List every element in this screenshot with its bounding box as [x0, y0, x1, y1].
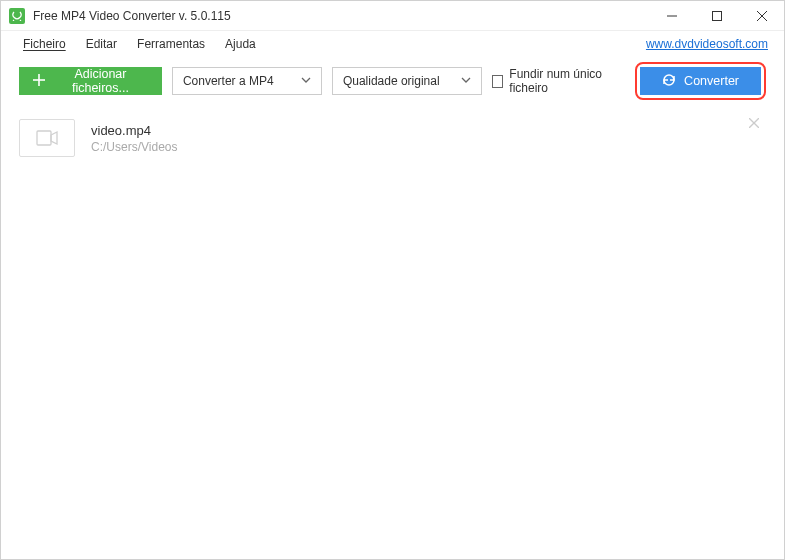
- convert-button[interactable]: Converter: [640, 67, 761, 95]
- menubar: Ficheiro Editar Ferramentas Ajuda www.dv…: [1, 31, 784, 57]
- file-info: video.mp4 C:/Users/Videos: [91, 123, 177, 154]
- chevron-down-icon: [301, 74, 311, 88]
- merge-checkbox[interactable]: [492, 75, 503, 88]
- menu-ferramentas[interactable]: Ferramentas: [127, 33, 215, 55]
- svg-rect-1: [712, 11, 721, 20]
- window-controls: [649, 1, 784, 30]
- menu-editar[interactable]: Editar: [76, 33, 127, 55]
- remove-file-button[interactable]: [746, 115, 762, 131]
- file-name: video.mp4: [91, 123, 177, 138]
- convert-highlight: Converter: [635, 62, 766, 100]
- app-icon: [9, 8, 25, 24]
- convert-label: Converter: [684, 74, 739, 88]
- merge-checkbox-group: Fundir num único ficheiro: [492, 67, 625, 95]
- app-title: Free MP4 Video Converter v. 5.0.115: [33, 9, 649, 23]
- merge-label: Fundir num único ficheiro: [509, 67, 625, 95]
- close-button[interactable]: [739, 1, 784, 30]
- titlebar: Free MP4 Video Converter v. 5.0.115: [1, 1, 784, 31]
- add-files-label: Adicionar ficheiros...: [53, 67, 148, 95]
- file-path: C:/Users/Videos: [91, 140, 177, 154]
- svg-marker-7: [51, 132, 57, 144]
- add-files-button[interactable]: Adicionar ficheiros...: [19, 67, 162, 95]
- quality-dropdown[interactable]: Qualidade original: [332, 67, 482, 95]
- refresh-icon: [662, 73, 676, 90]
- file-list: video.mp4 C:/Users/Videos: [1, 105, 784, 171]
- menu-ficheiro[interactable]: Ficheiro: [13, 33, 76, 55]
- video-thumbnail: [19, 119, 75, 157]
- menu-ajuda[interactable]: Ajuda: [215, 33, 266, 55]
- format-dropdown[interactable]: Converter a MP4: [172, 67, 322, 95]
- svg-rect-6: [37, 131, 51, 145]
- chevron-down-icon: [461, 74, 471, 88]
- website-link[interactable]: www.dvdvideosoft.com: [646, 37, 772, 51]
- format-selected: Converter a MP4: [183, 74, 301, 88]
- toolbar: Adicionar ficheiros... Converter a MP4 Q…: [1, 57, 784, 105]
- minimize-button[interactable]: [649, 1, 694, 30]
- file-row[interactable]: video.mp4 C:/Users/Videos: [19, 111, 766, 165]
- plus-icon: [33, 74, 45, 89]
- quality-selected: Qualidade original: [343, 74, 461, 88]
- maximize-button[interactable]: [694, 1, 739, 30]
